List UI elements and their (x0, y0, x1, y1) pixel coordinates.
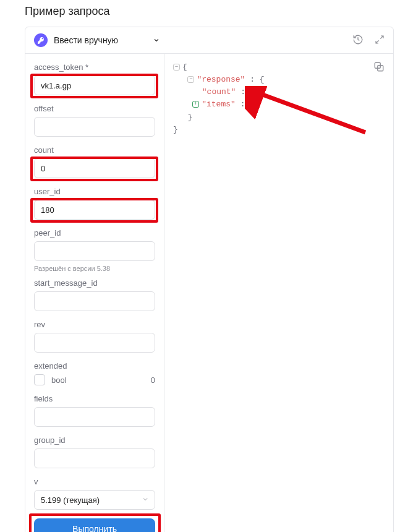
access-token-input[interactable] (34, 75, 155, 95)
page-title: Пример запроса (0, 0, 400, 27)
extended-zero: 0 (151, 375, 155, 385)
key-icon (34, 33, 48, 47)
v-select[interactable] (34, 490, 155, 510)
expand-icon[interactable] (375, 35, 385, 46)
json-response: −{ −"response" : { "count" : 105 +"items… (173, 61, 385, 136)
group-id-label: group_id (34, 435, 155, 445)
svg-line-0 (380, 36, 383, 39)
extended-label: extended (34, 361, 155, 371)
form-panel: access_token * offset count user_id peer… (25, 54, 164, 532)
peer-id-label: peer_id (34, 228, 155, 238)
access-token-label: access_token * (34, 62, 155, 72)
count-label: count (34, 145, 155, 155)
history-icon[interactable] (352, 34, 364, 47)
fields-label: fields (34, 394, 155, 403)
rev-input[interactable] (34, 333, 155, 353)
svg-line-1 (376, 40, 379, 43)
count-input[interactable] (34, 158, 155, 178)
user-id-input[interactable] (34, 200, 155, 220)
card-body: access_token * offset count user_id peer… (25, 54, 393, 532)
response-panel: −{ −"response" : { "count" : 105 +"items… (164, 54, 393, 532)
start-message-id-input[interactable] (34, 291, 155, 311)
peer-id-input[interactable] (34, 241, 155, 261)
offset-label: offset (34, 104, 155, 113)
v-label: v (34, 477, 155, 486)
request-card: Ввести вручную access_token * offset (25, 27, 394, 532)
input-mode-dropdown[interactable]: Ввести вручную (54, 35, 118, 45)
copy-icon[interactable] (373, 61, 385, 74)
extended-bool-label: bool (51, 375, 145, 385)
card-header: Ввести вручную (25, 27, 393, 54)
chevron-down-icon (142, 495, 149, 505)
peer-id-version-note: Разрешён с версии 5.38 (34, 265, 155, 272)
fields-input[interactable] (34, 407, 155, 427)
extended-checkbox[interactable] (34, 374, 45, 385)
user-id-label: user_id (34, 187, 155, 196)
execute-button[interactable]: Выполнить (34, 518, 155, 532)
group-id-input[interactable] (34, 448, 155, 468)
response-count-value: 105 (250, 87, 265, 97)
offset-input[interactable] (34, 117, 155, 137)
rev-label: rev (34, 320, 155, 329)
chevron-down-icon[interactable] (153, 36, 160, 44)
start-message-id-label: start_message_id (34, 278, 155, 288)
